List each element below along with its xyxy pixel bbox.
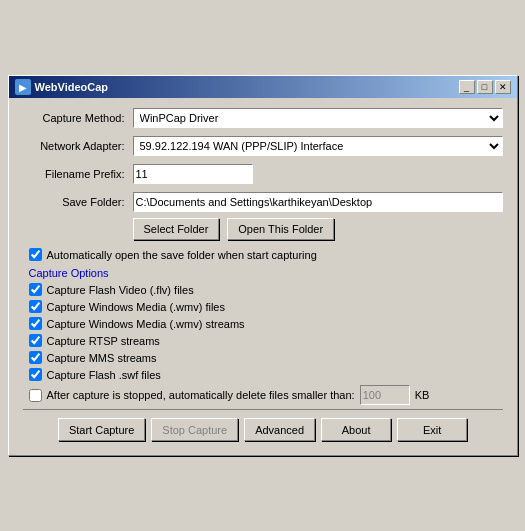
- main-window: ▶ WebVideoCap _ □ ✕ Capture Method: WinP…: [8, 75, 518, 456]
- filename-prefix-input[interactable]: [133, 164, 253, 184]
- network-adapter-select[interactable]: 59.92.122.194 WAN (PPP/SLIP) Interface: [133, 136, 503, 156]
- save-folder-input[interactable]: [133, 192, 503, 212]
- rtsp-option-row: Capture RTSP streams: [23, 334, 503, 347]
- kb-input[interactable]: [360, 385, 410, 405]
- capture-method-label: Capture Method:: [23, 112, 133, 124]
- auto-delete-row: After capture is stopped, automatically …: [23, 385, 503, 405]
- folder-buttons: Select Folder Open This Folder: [133, 218, 503, 240]
- about-button[interactable]: About: [321, 418, 391, 441]
- auto-open-checkbox[interactable]: [29, 248, 42, 261]
- auto-open-label: Automatically open the save folder when …: [47, 249, 317, 261]
- capture-options-label: Capture Options: [29, 267, 503, 279]
- save-folder-row: Save Folder:: [23, 192, 503, 212]
- mms-option-row: Capture MMS streams: [23, 351, 503, 364]
- mms-checkbox[interactable]: [29, 351, 42, 364]
- filename-prefix-control: [133, 164, 503, 184]
- auto-open-row: Automatically open the save folder when …: [23, 248, 503, 261]
- network-adapter-label: Network Adapter:: [23, 140, 133, 152]
- flv-checkbox[interactable]: [29, 283, 42, 296]
- window-title: WebVideoCap: [35, 81, 109, 93]
- filename-prefix-label: Filename Prefix:: [23, 168, 133, 180]
- wmv-streams-checkbox[interactable]: [29, 317, 42, 330]
- advanced-button[interactable]: Advanced: [244, 418, 315, 441]
- start-capture-button[interactable]: Start Capture: [58, 418, 145, 441]
- open-folder-button[interactable]: Open This Folder: [227, 218, 334, 240]
- title-bar-left: ▶ WebVideoCap: [15, 79, 109, 95]
- wmv-streams-label: Capture Windows Media (.wmv) streams: [47, 318, 245, 330]
- filename-prefix-row: Filename Prefix:: [23, 164, 503, 184]
- title-bar: ▶ WebVideoCap _ □ ✕: [9, 76, 517, 98]
- content-area: Capture Method: WinPCap Driver Network A…: [9, 98, 517, 455]
- stop-capture-button[interactable]: Stop Capture: [151, 418, 238, 441]
- network-adapter-row: Network Adapter: 59.92.122.194 WAN (PPP/…: [23, 136, 503, 156]
- capture-method-control: WinPCap Driver: [133, 108, 503, 128]
- swf-checkbox[interactable]: [29, 368, 42, 381]
- select-folder-button[interactable]: Select Folder: [133, 218, 220, 240]
- close-button[interactable]: ✕: [495, 80, 511, 94]
- exit-button[interactable]: Exit: [397, 418, 467, 441]
- kb-unit-label: KB: [415, 389, 430, 401]
- save-folder-label: Save Folder:: [23, 196, 133, 208]
- bottom-buttons: Start Capture Stop Capture Advanced Abou…: [23, 409, 503, 445]
- flv-label: Capture Flash Video (.flv) files: [47, 284, 194, 296]
- wmv-files-label: Capture Windows Media (.wmv) files: [47, 301, 226, 313]
- minimize-button[interactable]: _: [459, 80, 475, 94]
- maximize-button[interactable]: □: [477, 80, 493, 94]
- wmv-streams-option-row: Capture Windows Media (.wmv) streams: [23, 317, 503, 330]
- rtsp-checkbox[interactable]: [29, 334, 42, 347]
- capture-method-select[interactable]: WinPCap Driver: [133, 108, 503, 128]
- app-icon: ▶: [15, 79, 31, 95]
- wmv-files-checkbox[interactable]: [29, 300, 42, 313]
- title-buttons: _ □ ✕: [459, 80, 511, 94]
- swf-option-row: Capture Flash .swf files: [23, 368, 503, 381]
- flv-option-row: Capture Flash Video (.flv) files: [23, 283, 503, 296]
- network-adapter-control: 59.92.122.194 WAN (PPP/SLIP) Interface: [133, 136, 503, 156]
- auto-delete-checkbox[interactable]: [29, 389, 42, 402]
- rtsp-label: Capture RTSP streams: [47, 335, 160, 347]
- auto-delete-label: After capture is stopped, automatically …: [47, 389, 355, 401]
- mms-label: Capture MMS streams: [47, 352, 157, 364]
- capture-method-row: Capture Method: WinPCap Driver: [23, 108, 503, 128]
- wmv-files-option-row: Capture Windows Media (.wmv) files: [23, 300, 503, 313]
- swf-label: Capture Flash .swf files: [47, 369, 161, 381]
- capture-options-group: Capture Flash Video (.flv) files Capture…: [23, 283, 503, 405]
